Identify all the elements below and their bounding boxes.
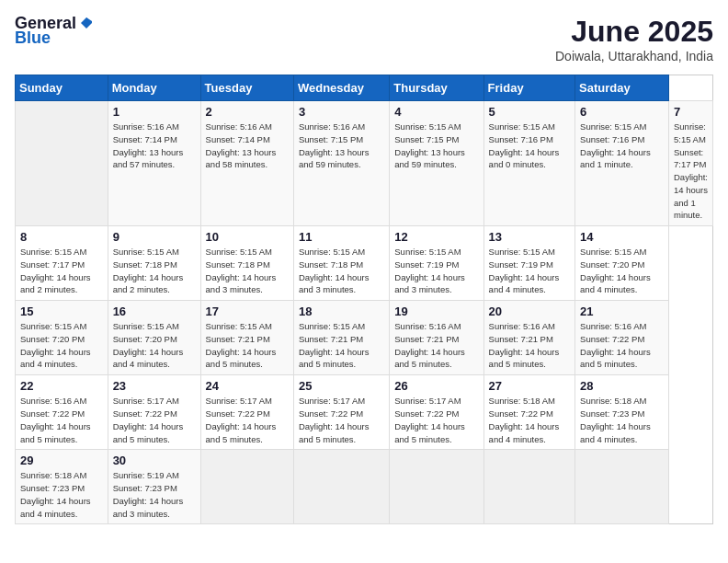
day-cell: 20Sunrise: 5:16 AMSunset: 7:21 PMDayligh… — [483, 301, 574, 375]
day-number: 9 — [113, 230, 196, 244]
day-number: 24 — [206, 379, 289, 393]
day-number: 11 — [299, 230, 384, 244]
weekday-header: Tuesday — [200, 75, 293, 101]
logo-icon — [79, 16, 94, 30]
day-info: Sunrise: 5:15 AMSunset: 7:21 PMDaylight:… — [206, 320, 289, 371]
day-info: Sunrise: 5:17 AMSunset: 7:22 PMDaylight:… — [206, 395, 289, 445]
day-cell: 21Sunrise: 5:16 AMSunset: 7:22 PMDayligh… — [575, 301, 669, 375]
weekday-header: Friday — [483, 75, 574, 101]
weekday-header: Sunday — [16, 75, 108, 101]
empty-day-cell — [200, 450, 293, 524]
day-info: Sunrise: 5:16 AMSunset: 7:14 PMDaylight:… — [206, 121, 289, 171]
day-cell: 25Sunrise: 5:17 AMSunset: 7:22 PMDayligh… — [293, 375, 389, 450]
month-title: June 2025 — [555, 15, 713, 49]
day-cell: 29Sunrise: 5:18 AMSunset: 7:23 PMDayligh… — [16, 450, 108, 524]
day-cell: 23Sunrise: 5:17 AMSunset: 7:22 PMDayligh… — [108, 375, 200, 450]
day-number: 4 — [394, 105, 478, 119]
day-info: Sunrise: 5:16 AMSunset: 7:22 PMDaylight:… — [580, 320, 664, 371]
day-number: 1 — [113, 105, 196, 119]
day-info: Sunrise: 5:16 AMSunset: 7:15 PMDaylight:… — [299, 121, 384, 171]
day-info: Sunrise: 5:15 AMSunset: 7:17 PMDaylight:… — [20, 246, 103, 296]
day-number: 7 — [674, 105, 708, 119]
day-info: Sunrise: 5:15 AMSunset: 7:17 PMDaylight:… — [674, 121, 708, 222]
calendar-week-row: 22Sunrise: 5:16 AMSunset: 7:22 PMDayligh… — [16, 375, 713, 450]
day-cell: 9Sunrise: 5:15 AMSunset: 7:18 PMDaylight… — [108, 226, 200, 301]
day-number: 25 — [299, 379, 384, 393]
day-info: Sunrise: 5:15 AMSunset: 7:21 PMDaylight:… — [299, 320, 384, 371]
day-info: Sunrise: 5:15 AMSunset: 7:16 PMDaylight:… — [580, 121, 664, 171]
day-cell: 26Sunrise: 5:17 AMSunset: 7:22 PMDayligh… — [390, 375, 483, 450]
day-cell: 11Sunrise: 5:15 AMSunset: 7:18 PMDayligh… — [293, 226, 389, 301]
day-info: Sunrise: 5:16 AMSunset: 7:22 PMDaylight:… — [20, 395, 103, 445]
day-number: 6 — [580, 105, 664, 119]
day-info: Sunrise: 5:15 AMSunset: 7:19 PMDaylight:… — [489, 246, 570, 296]
day-info: Sunrise: 5:15 AMSunset: 7:16 PMDaylight:… — [489, 121, 570, 171]
weekday-header: Wednesday — [293, 75, 389, 101]
calendar-week-row: 15Sunrise: 5:15 AMSunset: 7:20 PMDayligh… — [16, 301, 713, 375]
day-number: 26 — [394, 379, 478, 393]
day-cell: 28Sunrise: 5:18 AMSunset: 7:23 PMDayligh… — [575, 375, 669, 450]
calendar-week-row: 8Sunrise: 5:15 AMSunset: 7:17 PMDaylight… — [16, 226, 713, 301]
calendar-table: SundayMondayTuesdayWednesdayThursdayFrid… — [15, 75, 713, 524]
day-number: 2 — [206, 105, 289, 119]
day-info: Sunrise: 5:15 AMSunset: 7:18 PMDaylight:… — [206, 246, 289, 296]
day-info: Sunrise: 5:18 AMSunset: 7:23 PMDaylight:… — [580, 395, 664, 445]
day-info: Sunrise: 5:18 AMSunset: 7:23 PMDaylight:… — [20, 469, 103, 520]
calendar-week-row: 29Sunrise: 5:18 AMSunset: 7:23 PMDayligh… — [16, 450, 713, 524]
day-cell: 30Sunrise: 5:19 AMSunset: 7:23 PMDayligh… — [108, 450, 200, 524]
weekday-header: Saturday — [575, 75, 669, 101]
empty-day-cell — [483, 450, 574, 524]
day-cell: 24Sunrise: 5:17 AMSunset: 7:22 PMDayligh… — [200, 375, 293, 450]
weekday-header: Thursday — [390, 75, 483, 101]
day-info: Sunrise: 5:17 AMSunset: 7:22 PMDaylight:… — [113, 395, 196, 445]
day-cell: 8Sunrise: 5:15 AMSunset: 7:17 PMDaylight… — [16, 226, 108, 301]
day-number: 12 — [394, 230, 478, 244]
page-header: General Blue June 2025 Doiwala, Uttarakh… — [15, 15, 713, 63]
day-info: Sunrise: 5:15 AMSunset: 7:15 PMDaylight:… — [394, 121, 478, 171]
day-cell: 2Sunrise: 5:16 AMSunset: 7:14 PMDaylight… — [200, 101, 293, 226]
day-info: Sunrise: 5:15 AMSunset: 7:19 PMDaylight:… — [394, 246, 478, 296]
day-number: 20 — [489, 304, 570, 318]
day-number: 5 — [489, 105, 570, 119]
calendar-week-row: 1Sunrise: 5:16 AMSunset: 7:14 PMDaylight… — [16, 101, 713, 226]
day-info: Sunrise: 5:15 AMSunset: 7:20 PMDaylight:… — [580, 246, 664, 296]
logo-blue-text: Blue — [15, 29, 94, 48]
day-cell: 5Sunrise: 5:15 AMSunset: 7:16 PMDaylight… — [483, 101, 574, 226]
day-info: Sunrise: 5:16 AMSunset: 7:21 PMDaylight:… — [489, 320, 570, 371]
day-number: 28 — [580, 379, 664, 393]
day-cell: 27Sunrise: 5:18 AMSunset: 7:22 PMDayligh… — [483, 375, 574, 450]
day-cell: 18Sunrise: 5:15 AMSunset: 7:21 PMDayligh… — [293, 301, 389, 375]
day-number: 14 — [580, 230, 664, 244]
calendar-header-row: SundayMondayTuesdayWednesdayThursdayFrid… — [16, 75, 713, 101]
empty-day-cell — [390, 450, 483, 524]
day-number: 19 — [394, 304, 478, 318]
day-info: Sunrise: 5:16 AMSunset: 7:21 PMDaylight:… — [394, 320, 478, 371]
day-number: 3 — [299, 105, 384, 119]
day-number: 22 — [20, 379, 103, 393]
empty-day-cell — [293, 450, 389, 524]
day-info: Sunrise: 5:16 AMSunset: 7:14 PMDaylight:… — [113, 121, 196, 171]
day-cell: 13Sunrise: 5:15 AMSunset: 7:19 PMDayligh… — [483, 226, 574, 301]
day-number: 30 — [113, 454, 196, 467]
day-info: Sunrise: 5:19 AMSunset: 7:23 PMDaylight:… — [113, 469, 196, 520]
day-number: 8 — [20, 230, 103, 244]
day-cell: 10Sunrise: 5:15 AMSunset: 7:18 PMDayligh… — [200, 226, 293, 301]
day-number: 15 — [20, 304, 103, 318]
day-number: 16 — [113, 304, 196, 318]
day-info: Sunrise: 5:17 AMSunset: 7:22 PMDaylight:… — [394, 395, 478, 445]
day-info: Sunrise: 5:18 AMSunset: 7:22 PMDaylight:… — [489, 395, 570, 445]
title-block: June 2025 Doiwala, Uttarakhand, India — [555, 15, 713, 63]
day-cell: 12Sunrise: 5:15 AMSunset: 7:19 PMDayligh… — [390, 226, 483, 301]
day-info: Sunrise: 5:15 AMSunset: 7:18 PMDaylight:… — [113, 246, 196, 296]
day-cell: 4Sunrise: 5:15 AMSunset: 7:15 PMDaylight… — [390, 101, 483, 226]
day-cell: 7Sunrise: 5:15 AMSunset: 7:17 PMDaylight… — [668, 101, 712, 226]
day-cell: 3Sunrise: 5:16 AMSunset: 7:15 PMDaylight… — [293, 101, 389, 226]
day-cell: 15Sunrise: 5:15 AMSunset: 7:20 PMDayligh… — [16, 301, 108, 375]
empty-day-cell — [575, 450, 669, 524]
day-number: 27 — [489, 379, 570, 393]
svg-marker-1 — [86, 17, 92, 23]
day-number: 13 — [489, 230, 570, 244]
day-info: Sunrise: 5:15 AMSunset: 7:20 PMDaylight:… — [20, 320, 103, 371]
logo: General Blue — [15, 15, 94, 48]
day-cell: 19Sunrise: 5:16 AMSunset: 7:21 PMDayligh… — [390, 301, 483, 375]
